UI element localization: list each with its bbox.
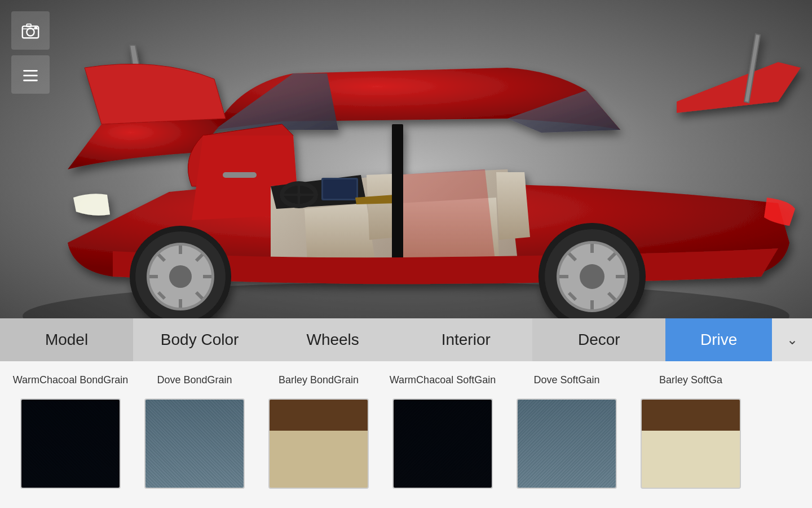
car-svg [0, 0, 812, 339]
option-item-barley-softgain[interactable]: Barley SoftGa [632, 367, 750, 489]
option-label-warm-chacoal-bondgrain: WarmChacoal BondGrain [13, 367, 128, 394]
option-item-dove-softgain[interactable]: Dove SoftGain [508, 367, 626, 489]
option-label-dove-softgain: Dove SoftGain [533, 367, 599, 394]
svg-point-36 [27, 28, 34, 36]
option-label-warm-chacoal-softgain: WarmChacoal SoftGain [390, 367, 496, 394]
svg-point-13 [169, 265, 192, 288]
tabs-bar: Model Body Color Wheels Interior Decor D… [0, 318, 812, 361]
svg-rect-7 [323, 179, 356, 199]
option-label-dove-bondgrain: Dove BondGrain [157, 367, 232, 394]
camera-button[interactable] [11, 11, 50, 50]
tab-wheels[interactable]: Wheels [266, 318, 399, 361]
car-viewport [0, 0, 812, 339]
tab-drive[interactable]: Drive [665, 318, 772, 361]
option-swatch-barley-bondgrain [268, 398, 369, 489]
options-panel: WarmChacoal BondGrainDove BondGrainBarle… [0, 361, 812, 508]
tab-body-color[interactable]: Body Color [133, 318, 266, 361]
top-icons-container [11, 11, 50, 94]
chevron-down-icon: ⌄ [787, 332, 798, 348]
option-swatch-warm-chacoal-softgain [392, 398, 493, 489]
tab-decor[interactable]: Decor [532, 318, 665, 361]
option-swatch-dove-softgain [517, 398, 617, 489]
option-label-barley-softgain: Barley SoftGa [659, 367, 722, 394]
option-item-warm-chacoal-softgain[interactable]: WarmChacoal SoftGain [383, 367, 502, 489]
option-item-barley-bondgrain[interactable]: Barley BondGrain [259, 367, 378, 489]
svg-point-26 [580, 264, 604, 289]
svg-rect-37 [27, 24, 31, 27]
option-label-barley-bondgrain: Barley BondGrain [279, 367, 359, 394]
tab-model[interactable]: Model [0, 318, 133, 361]
camera-icon [20, 20, 41, 41]
svg-rect-8 [392, 124, 403, 277]
tab-chevron[interactable]: ⌄ [772, 318, 812, 361]
hamburger-icon [20, 64, 41, 85]
option-swatch-dove-bondgrain [144, 398, 245, 489]
option-item-dove-bondgrain[interactable]: Dove BondGrain [135, 367, 254, 489]
menu-button[interactable] [11, 55, 50, 94]
tab-interior[interactable]: Interior [399, 318, 532, 361]
option-swatch-warm-chacoal-bondgrain [20, 398, 121, 489]
svg-rect-2 [223, 172, 257, 178]
option-item-warm-chacoal-bondgrain[interactable]: WarmChacoal BondGrain [11, 367, 130, 489]
option-swatch-barley-softgain [641, 398, 741, 489]
